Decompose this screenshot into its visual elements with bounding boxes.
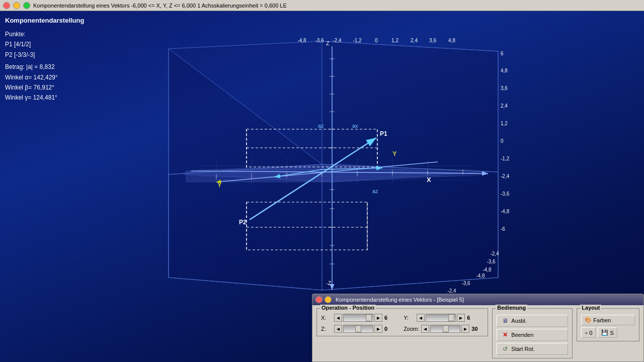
y-slider[interactable]: ◀ ▶ [417, 314, 465, 322]
rotate-icon: ↺ [501, 345, 509, 353]
z-slider[interactable]: ◀ ▶ [334, 325, 382, 333]
svg-text:-3,6: -3,6 [487, 259, 496, 264]
svg-text:-4,8: -4,8 [297, 38, 306, 43]
btn-s-label: S [610, 330, 613, 336]
x-thumb[interactable] [366, 314, 372, 321]
z-row: Z: ◀ ▶ 0 Zoom: ◀ [321, 325, 484, 333]
info-title: Komponentendarstellung [5, 15, 84, 26]
svg-text:-3,6: -3,6 [501, 191, 510, 197]
svg-text:3,6: 3,6 [501, 85, 508, 91]
close-btn[interactable] [3, 2, 10, 9]
z-thumb[interactable] [355, 325, 361, 332]
ctrl-close-btn[interactable] [315, 296, 323, 303]
x-left-arrow[interactable]: ◀ [334, 314, 342, 322]
bedienung-section: Bedienung 🖥 Ausbl. ✕ Beenden ↺ Start Rot… [492, 308, 573, 358]
layout-title: Layout [580, 305, 601, 311]
max-btn[interactable] [23, 2, 30, 9]
svg-text:-2,4: -2,4 [333, 38, 342, 43]
svg-text:6: 6 [501, 51, 504, 56]
x-track[interactable] [343, 314, 373, 322]
btn-0-button[interactable]: ÷ 0 [581, 327, 596, 338]
z-label: Z: [321, 326, 332, 332]
z-track[interactable] [343, 325, 373, 333]
window-title: Komponentendarstellung eines Vektors -6,… [33, 3, 287, 9]
monitor-icon: 🖥 [501, 317, 509, 325]
control-window: Komponentendarstellung eines Vektors - [… [312, 294, 644, 362]
zoom-left-arrow[interactable]: ◀ [421, 325, 429, 333]
svg-text:-2,4: -2,4 [490, 251, 499, 256]
btn-s-button[interactable]: 💾 S [598, 327, 617, 338]
svg-text:-4,8: -4,8 [501, 209, 510, 214]
title-bar: Komponentendarstellung eines Vektors -6,… [0, 0, 644, 11]
svg-text:-1,2: -1,2 [501, 156, 510, 161]
btn-0-label: 0 [589, 330, 592, 336]
svg-text:0: 0 [501, 138, 504, 144]
control-title-bar: Komponentendarstellung eines Vektors - [… [312, 294, 643, 305]
zoom-value: 30 [471, 326, 484, 332]
svg-text:1,2: 1,2 [391, 38, 398, 43]
svg-text:1,2: 1,2 [501, 121, 508, 126]
y-track[interactable] [426, 314, 456, 322]
z-value: 0 [384, 326, 396, 332]
y-label: Y: [404, 315, 415, 321]
y-value: 6 [467, 315, 479, 321]
svg-text:-4,8: -4,8 [476, 273, 485, 279]
y-left-arrow[interactable]: ◀ [417, 314, 425, 322]
x-axis-scale: -4,8 -3,6 -2,4 -1,2 0 1,2 2,4 3,6 4,8 [297, 38, 455, 43]
x-slider[interactable]: ◀ ▶ [334, 314, 382, 322]
az1-label: az [318, 123, 324, 129]
winkel-beta: Winkel β= 76,912° [5, 82, 84, 93]
z-bottom-label: -Z [326, 280, 332, 286]
info-panel: Komponentendarstellung Punkte: P1 [4/1/2… [5, 15, 84, 103]
x-value: 6 [384, 315, 396, 321]
zoom-label: Zoom: [404, 326, 419, 332]
svg-text:2,4: 2,4 [501, 103, 508, 109]
ax-label: ax [352, 123, 358, 129]
zoom-thumb[interactable] [443, 325, 449, 332]
svg-text:3,6: 3,6 [429, 38, 436, 43]
zoom-right-arrow[interactable]: ▶ [461, 325, 469, 333]
p2-scene-label: P2 [239, 219, 247, 226]
svg-text:2,4: 2,4 [411, 38, 418, 43]
x-row: X: ◀ ▶ 6 Y: ◀ [321, 314, 484, 322]
svg-text:-4,8: -4,8 [482, 267, 492, 273]
y-thumb[interactable] [448, 314, 454, 321]
svg-text:-1,2: -1,2 [353, 38, 362, 43]
x-label: X: [321, 315, 332, 321]
x-right-arrow[interactable]: ▶ [374, 314, 382, 322]
beenden-button[interactable]: ✕ Beenden [497, 329, 568, 341]
start-rot-button[interactable]: ↺ Start Rot. [497, 343, 568, 355]
start-rot-label: Start Rot. [511, 346, 534, 352]
layout-section: Layout 🎨 Farben ÷ 0 💾 S [577, 308, 639, 341]
winkel-gamma: Winkel γ= 124,481° [5, 93, 84, 103]
zoom-slider[interactable]: ◀ ▶ [421, 325, 469, 333]
layout-buttons: 🎨 Farben ÷ 0 💾 S [581, 315, 635, 338]
betrag-label: Betrag: |a| = 8,832 [5, 62, 84, 72]
z-axis-scale: 6 4,8 3,6 2,4 1,2 0 -1,2 -2,4 -3,6 -4,8 … [501, 51, 510, 232]
divide-icon: ÷ [585, 330, 588, 336]
p2-label: P2 [-3/3/-3] [5, 50, 84, 60]
svg-text:-3,6: -3,6 [315, 38, 324, 43]
svg-text:-2,4: -2,4 [447, 288, 456, 294]
ausbl-label: Ausbl. [511, 318, 527, 324]
z-right-arrow[interactable]: ▶ [374, 325, 382, 333]
x-close-icon: ✕ [501, 331, 509, 339]
save-icon: 💾 [601, 329, 608, 336]
palette-icon: 🎨 [585, 317, 592, 323]
ausbl-button[interactable]: 🖥 Ausbl. [497, 315, 568, 327]
ctrl-min-btn[interactable] [325, 296, 332, 303]
zoom-track[interactable] [430, 325, 460, 333]
control-body: Operation - Position X: ◀ ▶ 6 Y: [312, 305, 643, 361]
svg-text:-3,6: -3,6 [461, 281, 470, 286]
y-right-arrow[interactable]: ▶ [457, 314, 465, 322]
z-left-arrow[interactable]: ◀ [334, 325, 342, 333]
y-axis-label-left: Y [217, 181, 222, 189]
p1-label: P1 [4/1/2] [5, 39, 84, 49]
punkte-label: Punkte: [5, 29, 84, 39]
farben-button[interactable]: 🎨 Farben [581, 315, 635, 325]
bedienung-title: Bedienung [496, 305, 527, 311]
az2-label: az [372, 188, 378, 194]
svg-text:0: 0 [375, 38, 378, 43]
min-btn[interactable] [13, 2, 20, 9]
y-axis-label: Y [392, 150, 397, 157]
